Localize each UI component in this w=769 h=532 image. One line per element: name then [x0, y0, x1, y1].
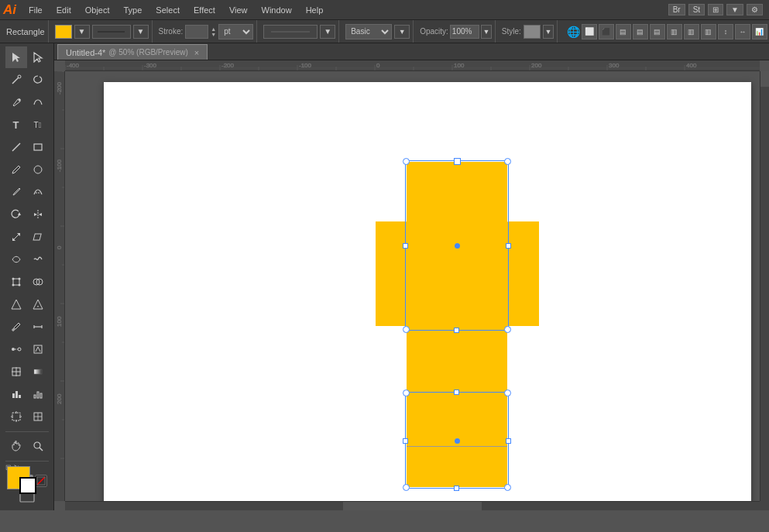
perspective-grid-tool[interactable]: [5, 293, 27, 315]
zoom-tool[interactable]: [27, 435, 49, 457]
menu-type[interactable]: Type: [118, 4, 149, 16]
stroke-up-btn[interactable]: ▲ ▼: [211, 26, 216, 37]
hand-tool[interactable]: [5, 435, 27, 457]
view-options-btn[interactable]: ▼: [394, 25, 410, 39]
stroke-style-indicator[interactable]: [263, 25, 318, 39]
tab-bar: Untitled-4* @ 50% (RGB/Preview) ×: [54, 43, 769, 60]
style-dropdown-btn[interactable]: ▼: [543, 25, 554, 39]
menu-object[interactable]: Object: [79, 4, 116, 16]
menu-help[interactable]: Help: [300, 4, 330, 16]
graph-tool[interactable]: [5, 383, 27, 405]
shear-tool[interactable]: [27, 226, 49, 248]
menu-bar: Ai File Edit Object Type Select Effect V…: [0, 0, 769, 20]
opacity-dropdown-btn[interactable]: ▼: [481, 25, 492, 39]
svg-point-17: [12, 278, 14, 280]
blob-brush-tool[interactable]: [27, 159, 49, 180]
workspace-switcher[interactable]: ⊞: [708, 4, 723, 15]
pencil-tool[interactable]: [5, 181, 27, 203]
none-icon[interactable]: [35, 475, 47, 487]
rotate-tool[interactable]: [5, 204, 27, 225]
dist-h-icon[interactable]: ↔: [735, 24, 750, 39]
svg-text:100: 100: [56, 316, 63, 327]
stroke-swatch-large[interactable]: [19, 477, 36, 494]
lasso-tool[interactable]: [27, 69, 49, 91]
selection-tool[interactable]: [5, 46, 27, 68]
dist-v-icon[interactable]: ↕: [718, 24, 733, 39]
reflect-tool[interactable]: [27, 204, 49, 225]
fill-options[interactable]: ▼: [74, 25, 90, 39]
stroke-input[interactable]: [185, 25, 208, 39]
tool-row-8: [0, 204, 53, 225]
magic-wand-tool[interactable]: [5, 69, 27, 91]
tool-row-11: [0, 271, 53, 293]
svg-line-52: [39, 448, 43, 451]
align-bottom-icon[interactable]: ▥: [701, 24, 716, 39]
artboard-tool[interactable]: [5, 406, 27, 427]
column-graph-tool[interactable]: [27, 383, 49, 405]
menu-select[interactable]: Select: [149, 4, 186, 16]
canvas-area[interactable]: Untitled-4* @ 50% (RGB/Preview) × -400 -…: [54, 43, 769, 510]
tool-row-1: [0, 46, 53, 68]
align-middle-v-icon[interactable]: ▥: [684, 24, 699, 39]
fill-color-swatch[interactable]: [55, 25, 72, 39]
distribute-horiz-icon[interactable]: ⬛: [599, 24, 614, 39]
eyedropper-tool[interactable]: [5, 316, 27, 338]
align-center-h-icon[interactable]: ▤: [633, 24, 648, 39]
direct-selection-tool[interactable]: [27, 46, 49, 68]
opacity-input[interactable]: [450, 25, 479, 39]
style-swatch[interactable]: [524, 25, 541, 39]
scrollbar-vertical[interactable]: [760, 71, 769, 501]
workspace-menu[interactable]: ▼: [726, 4, 743, 15]
align-right-icon[interactable]: ▤: [650, 24, 665, 39]
stock-icon-btn[interactable]: St: [688, 4, 705, 15]
stroke-indicator[interactable]: [92, 25, 131, 39]
document-tab[interactable]: Untitled-4* @ 50% (RGB/Preview) ×: [57, 44, 208, 60]
artboard[interactable]: [104, 82, 751, 504]
scale-tool[interactable]: [5, 226, 27, 248]
menu-file[interactable]: File: [22, 4, 49, 16]
pen-tool[interactable]: [5, 91, 27, 113]
slice-tool[interactable]: [27, 406, 49, 427]
svg-line-2: [12, 77, 19, 84]
tool-row-14: [0, 338, 53, 360]
line-segment-tool[interactable]: [5, 136, 27, 158]
align-icons-section: 🌐 ⬜ ⬛ ▤ ▤ ▤ ▥ ▥ ▥ ↕ ↔ 📊: [564, 20, 769, 43]
touch-type-tool[interactable]: T⃝: [27, 114, 49, 136]
bridge-icon-btn[interactable]: Br: [668, 4, 685, 15]
measure-tool[interactable]: [27, 316, 49, 338]
view-dropdown[interactable]: Basic: [345, 24, 392, 39]
shape-builder-tool[interactable]: [27, 271, 49, 293]
auto-trace-tool[interactable]: [27, 338, 49, 360]
svg-rect-6: [34, 144, 42, 150]
align-left-icon[interactable]: ▤: [616, 24, 631, 39]
blend-tool[interactable]: [5, 338, 27, 360]
search-btn[interactable]: ⚙: [747, 4, 763, 15]
width-tool[interactable]: [5, 249, 27, 270]
stroke-options[interactable]: ▼: [133, 25, 149, 39]
rectangle-tool[interactable]: [27, 136, 49, 158]
mesh-tool[interactable]: [5, 361, 27, 383]
menu-effect[interactable]: Effect: [187, 4, 221, 16]
free-transform-tool[interactable]: [5, 271, 27, 293]
graph-icon[interactable]: 📊: [752, 24, 767, 39]
align-top-icon[interactable]: ▥: [667, 24, 682, 39]
smooth-tool[interactable]: [27, 181, 49, 203]
tab-close-btn[interactable]: ×: [194, 48, 199, 57]
menu-view[interactable]: View: [223, 4, 254, 16]
curvature-tool[interactable]: [27, 91, 49, 113]
stroke-style-dropdown[interactable]: ▼: [320, 25, 335, 39]
scrollbar-horizontal[interactable]: [65, 501, 760, 510]
globe-icon[interactable]: 🌐: [567, 26, 580, 38]
stroke-unit-dropdown[interactable]: ptpx: [218, 24, 253, 39]
warp-tool[interactable]: [27, 249, 49, 270]
menu-edit[interactable]: Edit: [50, 4, 77, 16]
artboard-clip-icon[interactable]: ⬜: [582, 24, 597, 39]
svg-text:-400: -400: [67, 62, 80, 69]
menu-window[interactable]: Window: [256, 4, 298, 16]
tool-row-13: [0, 316, 53, 338]
perspective-selection-tool[interactable]: [27, 293, 49, 315]
gradient-tool[interactable]: [27, 361, 49, 383]
tools-panel: T T⃝: [0, 43, 54, 510]
paintbrush-tool[interactable]: [5, 159, 27, 180]
type-tool[interactable]: T: [5, 114, 27, 136]
